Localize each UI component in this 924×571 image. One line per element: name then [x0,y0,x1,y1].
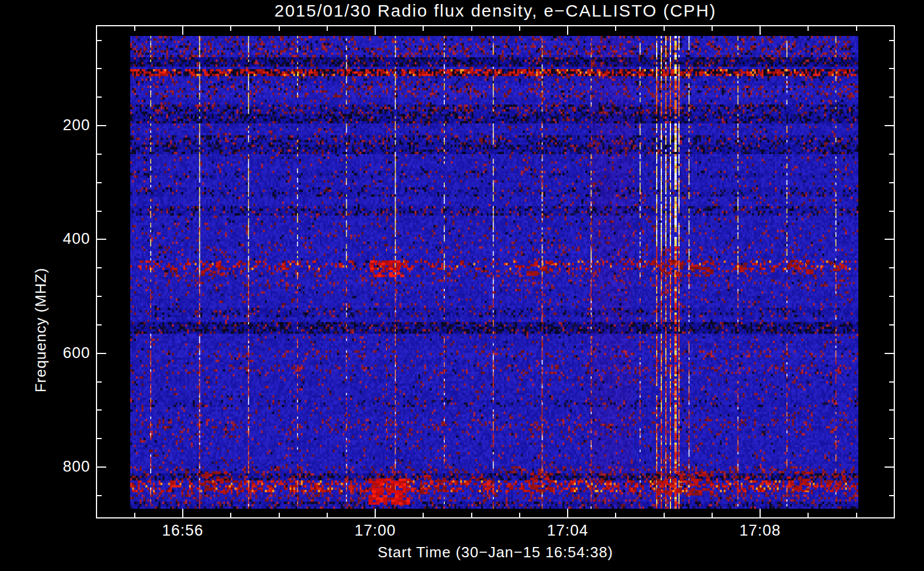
axis-tick [712,513,713,517]
axis-tick [97,267,102,268]
axis-tick [889,96,894,98]
axis-tick [889,296,894,297]
axis-tick [97,40,102,41]
axis-tick [889,409,894,411]
axis-tick [615,26,616,31]
axis-tick [97,182,102,183]
axis-tick [423,513,424,517]
axis-tick [889,68,894,69]
axis-tick [615,513,616,517]
axis-tick [97,438,102,439]
axis-tick [279,26,280,31]
y-tick-label: 200 [38,116,90,134]
axis-tick [230,26,231,31]
axis-tick [889,182,894,183]
y-axis-title: Frequency (MHZ) [32,199,50,461]
axis-tick [856,26,857,31]
axis-tick [519,513,520,517]
axis-tick [471,26,472,31]
axis-tick [97,381,102,383]
x-tick-label: 17:04 [528,522,608,540]
axis-tick [182,509,183,517]
axis-tick [182,26,183,35]
axis-tick [97,324,102,325]
axis-tick [760,509,761,517]
axis-tick [808,26,809,31]
axis-tick [885,467,894,468]
axis-tick [889,495,894,496]
axis-tick [712,26,713,31]
axis-tick [889,154,894,155]
x-tick-label: 17:00 [335,522,415,540]
axis-tick [97,467,106,468]
x-tick-label: 17:08 [720,522,800,540]
axis-tick [97,96,102,98]
axis-tick [889,438,894,439]
axis-tick [471,513,472,517]
axis-tick [664,26,665,31]
axis-tick [375,26,376,35]
axis-tick [97,211,102,212]
axis-tick [885,239,894,240]
axis-tick [885,125,894,126]
x-axis-title: Start Time (30−Jan−15 16:54:38) [96,544,895,561]
axis-tick [889,324,894,325]
axis-tick [889,381,894,383]
axis-tick [519,26,520,31]
axis-tick [567,26,568,35]
axis-tick [97,125,106,126]
axis-tick [97,154,102,155]
axis-tick [889,211,894,212]
axis-tick [134,26,135,31]
axis-tick [885,353,894,354]
axis-tick [423,26,424,31]
axis-tick [279,513,280,517]
axis-tick [97,239,106,240]
axis-tick [97,495,102,496]
axis-tick [327,513,328,517]
chart-title: 2015/01/30 Radio flux density, e−CALLIST… [96,1,895,21]
axis-tick [97,353,106,354]
axis-tick [567,509,568,517]
axis-tick [808,513,809,517]
axis-tick [375,509,376,517]
axis-tick [664,513,665,517]
axis-tick [134,513,135,517]
x-tick-label: 16:56 [143,522,223,540]
axis-tick [327,26,328,31]
spectrogram-canvas [130,36,858,509]
axis-tick [97,409,102,411]
axis-tick [97,68,102,69]
axis-tick [760,26,761,35]
axis-tick [856,513,857,517]
axis-tick [889,40,894,41]
axis-tick [889,267,894,268]
spectrogram-figure: { "window": { "width": 1618, "height": 1… [0,0,924,571]
axis-tick [230,513,231,517]
axis-tick [97,296,102,297]
